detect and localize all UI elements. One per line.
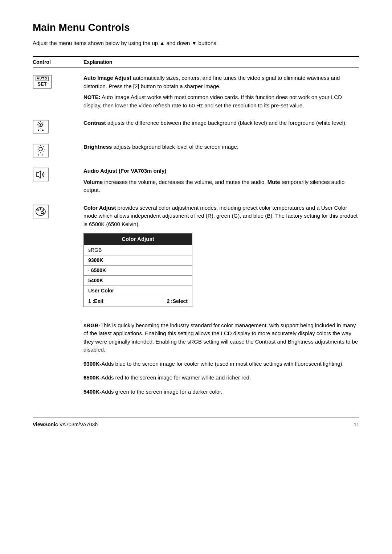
icon-cell-contrast [33,119,83,134]
footer: ViewSonic VA703m/VA703b 11 [33,418,359,427]
svg-point-30 [40,208,41,210]
footer-brand-model: ViewSonic VA703m/VA703b [33,422,98,427]
row-auto-set: AUTO SET Auto Image Adjust automatically… [33,74,359,110]
svg-point-2 [40,124,41,126]
text-brightness: Brightness adjusts background black leve… [83,143,359,151]
svg-line-7 [38,122,39,123]
para-5400k: 5400K-Adds green to the screen image for… [83,388,359,396]
text-audio: Audio Adjust (For VA703m only) Volume in… [83,167,359,194]
row-brightness: Brightness adjusts background black leve… [33,143,359,157]
svg-line-21 [43,146,44,147]
footer-brand: ViewSonic [33,422,58,427]
ca-row-usercolor: User Color [84,286,192,296]
svg-point-29 [37,209,39,211]
svg-line-10 [38,127,39,128]
svg-line-9 [43,122,44,123]
row-audio: Audio Adjust (For VA703m only) Volume in… [33,167,359,194]
svg-point-33 [41,212,43,214]
text-color: Color Adjust provides several color adju… [83,204,359,312]
footer-model: VA703m/VA703b [60,422,98,427]
ca-select-label: 2 :Select [167,297,188,305]
icon-cell-color [33,204,83,218]
audio-icon [33,168,49,181]
intro-text: Adjust the menu items shown below by usi… [33,40,359,46]
svg-point-11 [38,130,39,131]
ca-row-6500k: · 6500K [84,265,192,275]
row-contrast: Contrast adjusts the difference between … [33,119,359,134]
icon-cell-brightness [33,143,83,157]
svg-point-24 [42,155,44,156]
text-auto-set: Auto Image Adjust automatically sizes, c… [83,74,359,110]
text-contrast: Contrast adjusts the difference between … [83,119,359,127]
para-srgb: sRGB-This is quickly becoming the indust… [83,321,359,354]
ca-row-srgb: sRGB [84,245,192,255]
svg-point-31 [42,209,44,211]
svg-point-12 [42,130,44,131]
auto-set-icon: AUTO SET [33,75,52,89]
col-control-label: Control [33,59,83,65]
color-adjust-table: Color Adjust sRGB 9300K · 6500K 5400K Us… [83,233,192,307]
svg-line-8 [43,127,44,128]
extra-paragraphs: sRGB-This is quickly becoming the indust… [83,321,359,396]
color-adjust-table-header: Color Adjust [84,234,192,245]
table-header: Control Explanation [33,56,359,67]
para-9300k: 9300K-Adds blue to the screen image for … [83,360,359,368]
col-explanation-label: Explanation [83,59,112,65]
svg-rect-13 [33,144,48,157]
ca-row-5400k: 5400K [84,275,192,286]
ca-exit-label: 1 :Exit [88,297,103,305]
icon-cell-audio [33,167,83,181]
brightness-icon [33,144,49,157]
ca-row-9300k: 9300K [84,255,192,265]
ca-footer: 1 :Exit 2 :Select [84,296,192,307]
svg-line-20 [43,152,44,152]
page-title: Main Menu Controls [33,22,359,33]
svg-line-22 [38,152,38,152]
footer-page: 11 [354,422,359,427]
color-adjust-icon [33,205,49,218]
row-color: Color Adjust provides several color adju… [33,204,359,312]
icon-cell-auto-set: AUTO SET [33,74,83,89]
svg-line-19 [38,146,38,147]
svg-rect-27 [33,205,48,218]
para-6500k: 6500K-Adds red to the screen image for w… [83,374,359,382]
svg-point-23 [38,155,39,156]
contrast-icon [33,120,49,134]
